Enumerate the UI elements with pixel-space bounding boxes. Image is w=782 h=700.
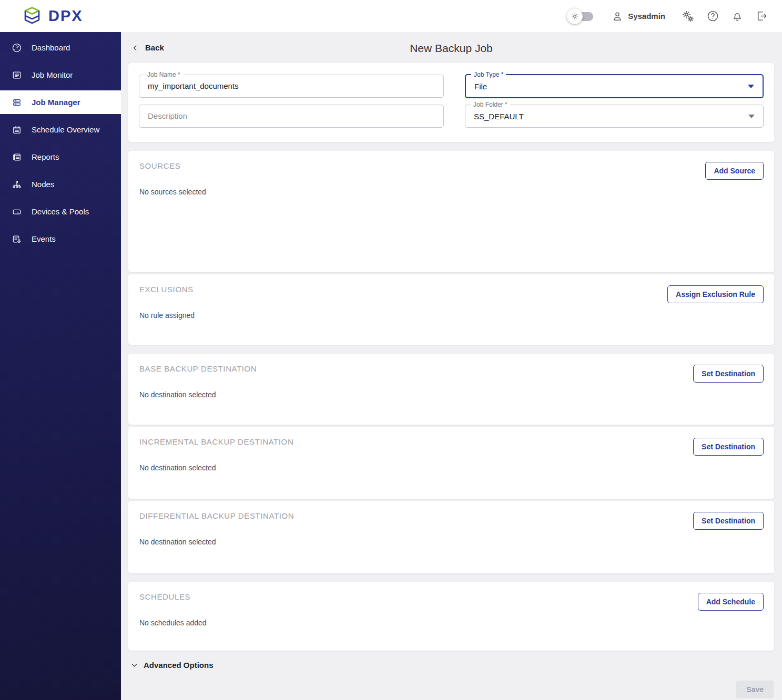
page-title: New Backup Job [128, 42, 774, 55]
dpx-stack-icon [21, 6, 43, 27]
section-base-backup-destination: BASE BACKUP DESTINATION Set Destination … [128, 354, 774, 425]
section-schedules: SCHEDULES Add Schedule No schedules adde… [128, 582, 774, 651]
sidebar-item-dashboard[interactable]: Dashboard [0, 36, 121, 59]
section-empty-text: No destination selected [139, 538, 216, 546]
save-row: Save [128, 681, 774, 698]
job-name-input[interactable] [148, 81, 435, 90]
chevron-down-icon [130, 661, 138, 669]
notifications-button[interactable] [731, 10, 744, 23]
description-input[interactable] [148, 111, 435, 120]
sidebar-item-reports[interactable]: Reports [0, 145, 121, 169]
job-type-value: File [474, 82, 487, 91]
dashboard-icon [12, 43, 22, 53]
add-source-button[interactable]: Add Source [705, 162, 764, 180]
job-folder-value: SS_DEFAULT [474, 112, 524, 121]
job-details-card: Job Name * Job Type * File Job Folder * … [128, 63, 774, 142]
job-type-label: Job Type * [471, 71, 506, 78]
logo-text: DPX [48, 7, 83, 25]
job-monitor-icon [12, 70, 22, 80]
reports-icon [12, 152, 22, 162]
topbar-actions: Sysadmin [567, 8, 768, 24]
section-exclusions: EXCLUSIONS Assign Exclusion Rule No rule… [128, 274, 774, 345]
schedule-icon [12, 125, 22, 135]
back-button[interactable]: Back [131, 43, 164, 52]
sidebar-item-devices-pools[interactable]: Devices & Pools [0, 200, 121, 223]
section-empty-text: No schedules added [139, 619, 207, 627]
dpx-logo: DPX [21, 6, 83, 27]
job-folder-label: Job Folder * [471, 101, 510, 108]
sidebar-item-job-monitor[interactable]: Job Monitor [0, 63, 121, 87]
sections-container: SOURCES Add Source No sources selected E… [128, 151, 774, 651]
main-content: Back New Backup Job Job Name * Job Type … [121, 32, 782, 700]
job-folder-select[interactable]: Job Folder * SS_DEFAULT [465, 105, 764, 128]
page-header: Back New Backup Job [128, 42, 774, 56]
section-title: INCREMENTAL BACKUP DESTINATION [139, 437, 293, 446]
devices-icon [12, 207, 22, 217]
job-name-label: Job Name * [145, 71, 183, 78]
set-destination-button[interactable]: Set Destination [693, 365, 764, 383]
advanced-options-label: Advanced Options [144, 661, 214, 670]
sidebar-item-nodes[interactable]: Nodes [0, 172, 121, 196]
settings-button[interactable] [681, 9, 695, 23]
sidebar-nav: Dashboard Job Monitor Job Manager Schedu… [0, 32, 121, 700]
user-name: Sysadmin [628, 12, 665, 20]
set-destination-button[interactable]: Set Destination [693, 512, 764, 530]
section-incremental-backup-destination: INCREMENTAL BACKUP DESTINATION Set Desti… [128, 427, 774, 499]
sidebar-item-job-manager[interactable]: Job Manager [0, 90, 121, 114]
description-field [139, 105, 444, 128]
gear-toggle-icon [567, 8, 583, 24]
help-button[interactable] [706, 9, 719, 23]
add-schedule-button[interactable]: Add Schedule [698, 593, 764, 611]
save-button[interactable]: Save [736, 681, 774, 698]
back-label: Back [145, 43, 164, 52]
nodes-icon [12, 179, 22, 190]
section-empty-text: No destination selected [139, 464, 216, 472]
logout-button[interactable] [755, 9, 768, 23]
chevron-down-icon [748, 115, 755, 118]
job-type-select[interactable]: Job Type * File [465, 74, 764, 98]
section-title: EXCLUSIONS [139, 285, 194, 294]
advanced-options-toggle[interactable]: Advanced Options [130, 661, 774, 670]
section-title: BASE BACKUP DESTINATION [139, 364, 257, 373]
topbar: DPX Sysadmin [0, 0, 782, 32]
assign-exclusion-rule-button[interactable]: Assign Exclusion Rule [667, 285, 764, 303]
help-icon [706, 9, 719, 23]
section-sources: SOURCES Add Source No sources selected [128, 151, 774, 272]
job-name-field: Job Name * [139, 75, 444, 98]
section-empty-text: No sources selected [139, 188, 206, 196]
job-manager-icon [12, 97, 22, 108]
section-title: SOURCES [139, 161, 180, 170]
logout-icon [755, 9, 768, 23]
chevron-left-icon [131, 44, 139, 52]
section-differential-backup-destination: DIFFERENTIAL BACKUP DESTINATION Set Dest… [128, 501, 774, 573]
chevron-down-icon [748, 85, 754, 88]
user-icon [611, 10, 624, 23]
sidebar-item-schedule-overview[interactable]: Schedule Overview [0, 118, 121, 141]
set-destination-button[interactable]: Set Destination [693, 438, 764, 456]
section-empty-text: No destination selected [139, 390, 216, 399]
events-icon [12, 234, 22, 244]
gear-toggle[interactable] [567, 8, 594, 24]
section-title: DIFFERENTIAL BACKUP DESTINATION [139, 511, 294, 520]
user-menu[interactable]: Sysadmin [611, 10, 665, 23]
settings-gears-icon [681, 9, 695, 23]
notifications-icon [731, 10, 744, 23]
sidebar-item-events[interactable]: Events [0, 227, 121, 251]
section-title: SCHEDULES [139, 592, 190, 601]
section-empty-text: No rule assigned [139, 311, 195, 320]
